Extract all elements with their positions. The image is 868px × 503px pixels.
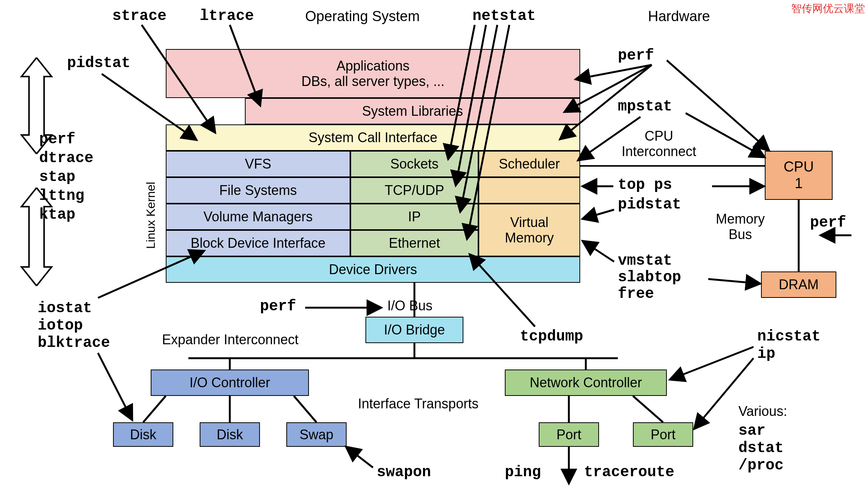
- memory-bus-label: Memory Bus: [716, 211, 765, 242]
- volmanagers-box: Volume Managers: [166, 204, 350, 230]
- os-heading: Operating System: [305, 8, 420, 25]
- tracers-list: perf dtrace stap lttng ktap: [39, 130, 93, 224]
- ping-label: ping: [505, 464, 541, 481]
- tcpudp-box: TCP/UDP: [350, 177, 478, 204]
- dram-box: DRAM: [761, 271, 836, 298]
- io-bus-label: I/O Bus: [387, 298, 432, 314]
- svg-line-18: [708, 279, 760, 284]
- net-controller-box: Network Controller: [505, 370, 667, 396]
- io-controller-box: I/O Controller: [151, 370, 309, 396]
- scheduler-box: Scheduler: [478, 151, 580, 177]
- pidstat2-label: pidstat: [618, 196, 681, 213]
- ip-box: IP: [350, 204, 478, 230]
- disk1-box: Disk: [113, 422, 173, 447]
- svg-line-36: [633, 396, 663, 422]
- filesystems-box: File Systems: [166, 177, 350, 204]
- applications-box: Applications DBs, all server types, ...: [166, 49, 580, 98]
- disk2-box: Disk: [200, 422, 260, 447]
- cpu-interconnect-label: CPU Interconnect: [622, 128, 696, 159]
- watermark: 智传网优云课堂: [791, 2, 865, 16]
- cpu-box: CPU 1: [765, 151, 833, 200]
- iostat-label: iostat iotop blktrace: [38, 300, 110, 352]
- svg-line-32: [143, 396, 166, 422]
- netstat-label: netstat: [472, 8, 536, 25]
- sched-empty-box: [478, 177, 580, 204]
- svg-line-12: [686, 113, 764, 157]
- linux-kernel-label: Linux Kernel: [144, 182, 158, 249]
- swap-box: Swap: [286, 422, 347, 447]
- ltrace-label: ltrace: [200, 8, 254, 25]
- pidstat-label: pidstat: [67, 55, 130, 72]
- interface-transports-label: Interface Transports: [358, 396, 478, 412]
- swapon-label: swapon: [377, 464, 431, 481]
- mpstat-label: mpstat: [618, 98, 672, 115]
- port2-box: Port: [633, 422, 693, 447]
- virtmem-box: Virtual Memory: [478, 204, 580, 256]
- hardware-heading: Hardware: [648, 8, 710, 25]
- svg-line-37: [347, 447, 373, 468]
- svg-line-26: [671, 347, 753, 379]
- various-heading: Various:: [738, 403, 787, 419]
- devdrv-box: Device Drivers: [166, 256, 580, 283]
- system-libraries-box: System Libraries: [245, 98, 580, 124]
- svg-line-22: [98, 353, 132, 419]
- svg-line-7: [576, 65, 652, 79]
- vfs-box: VFS: [166, 151, 350, 177]
- perf-io-label: perf: [260, 298, 296, 315]
- io-bridge-box: I/O Bridge: [365, 317, 463, 343]
- syscall-interface-box: System Call Interface: [166, 124, 580, 151]
- svg-line-17: [583, 241, 614, 262]
- svg-line-34: [294, 396, 316, 422]
- perf-top-label: perf: [618, 47, 654, 64]
- sockets-box: Sockets: [350, 151, 478, 177]
- port1-box: Port: [539, 422, 599, 447]
- svg-line-16: [583, 210, 614, 219]
- nicstat-label: nicstat ip: [757, 328, 821, 363]
- perf-mem-label: perf: [810, 214, 846, 231]
- topps-label: top ps: [618, 176, 672, 193]
- tcpdump-label: tcpdump: [520, 328, 583, 345]
- traceroute-label: traceroute: [584, 464, 674, 481]
- various-label: sar dstat /proc: [738, 422, 784, 474]
- strace-label: strace: [112, 8, 167, 25]
- vmstat-label: vmstat slabtop free: [618, 253, 681, 302]
- expander-label: Expander Interconnect: [162, 332, 298, 348]
- ethernet-box: Ethernet: [350, 230, 478, 256]
- blockdev-box: Block Device Interface: [166, 230, 350, 256]
